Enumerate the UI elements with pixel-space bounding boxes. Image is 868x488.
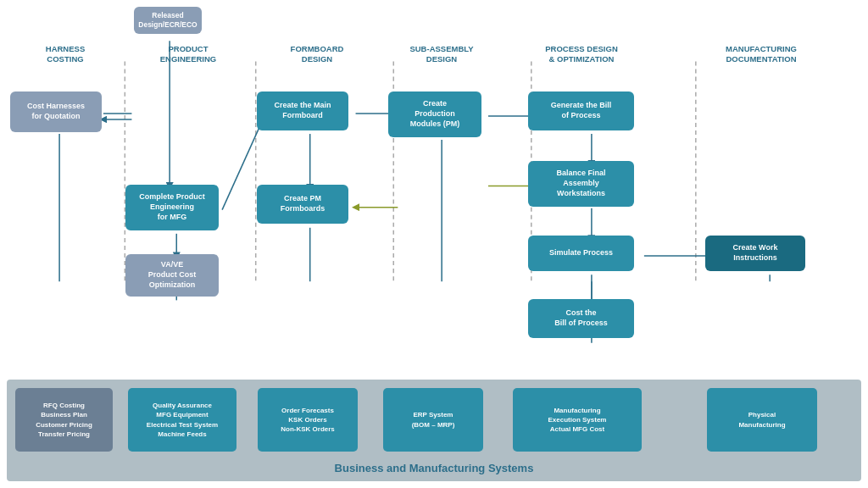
order-forecasts-sys-box: Order Forecasts KSK Orders Non-KSK Order… xyxy=(258,388,358,452)
systems-bar: RFQ Costing Business Plan Customer Prici… xyxy=(7,380,861,481)
complete-product-box: Complete Product Engineering for MFG xyxy=(125,185,219,230)
col-header-process-design: PROCESS DESIGN & OPTIMIZATION xyxy=(502,44,661,64)
mfg-execution-sys-box: Manufacturing Execution System Actual MF… xyxy=(513,388,642,452)
main-container: HARNESS COSTING PRODUCT ENGINEERING FORM… xyxy=(0,0,868,488)
vave-box: VA/VE Product Cost Optimization xyxy=(125,254,219,297)
create-work-instructions-box: Create Work Instructions xyxy=(705,236,805,271)
systems-bar-label: Business and Manufacturing Systems xyxy=(335,462,534,474)
diagram-area: HARNESS COSTING PRODUCT ENGINEERING FORM… xyxy=(0,0,868,380)
balance-workstations-box: Balance Final Assembly Workstations xyxy=(528,161,634,207)
col-header-mfg-doc: MANUFACTURING DOCUMENTATION xyxy=(661,44,861,64)
cost-harnesses-box: Cost Harnesses for Quotation xyxy=(10,92,102,132)
quality-assurance-sys-box: Quality Assurance MFG Equipment Electric… xyxy=(128,388,236,452)
col-header-harness: HARNESS COSTING xyxy=(7,44,124,64)
simulate-process-box: Simulate Process xyxy=(528,236,634,271)
col-header-subassembly: SUB-ASSEMBLY DESIGN xyxy=(381,44,502,64)
rfq-costing-sys-box: RFQ Costing Business Plan Customer Prici… xyxy=(15,388,113,452)
production-modules-box: Create Production Modules (PM) xyxy=(388,92,481,137)
cost-bop-box: Cost the Bill of Process xyxy=(528,299,634,338)
generate-bop-box: Generate the Bill of Process xyxy=(528,92,634,130)
col-header-product-eng: PRODUCT ENGINEERING xyxy=(124,44,253,64)
col-header-formboard: FORMBOARD DESIGN xyxy=(253,44,381,64)
erp-system-sys-box: ERP System (BOM – MRP) xyxy=(383,388,483,452)
physical-mfg-sys-box: Physical Manufacturing xyxy=(707,388,817,452)
main-formboard-box: Create the Main Formboard xyxy=(257,92,348,130)
released-design-box: Released Design/ECR/ECO xyxy=(134,7,202,34)
pm-formboards-box: Create PM Formboards xyxy=(257,185,348,224)
